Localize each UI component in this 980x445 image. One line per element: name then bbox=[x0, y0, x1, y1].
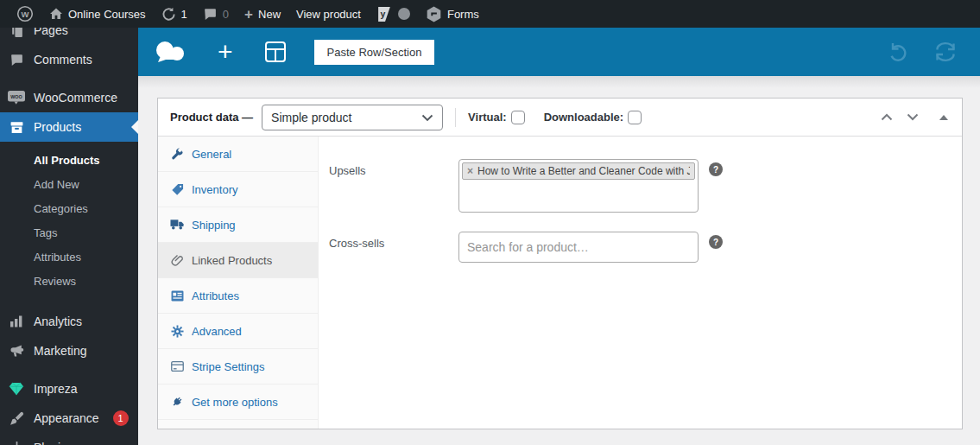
appearance-badge: 1 bbox=[113, 410, 129, 426]
new-label: New bbox=[258, 8, 281, 21]
sidebar-item-impreza[interactable]: Impreza bbox=[0, 374, 138, 404]
tab-attributes[interactable]: Attributes bbox=[158, 278, 318, 314]
virtual-label: Virtual: bbox=[468, 111, 507, 124]
yoast-icon: y bbox=[376, 6, 393, 22]
comments-menu[interactable]: 0 bbox=[195, 0, 237, 28]
upsells-label: Upsells bbox=[329, 159, 458, 177]
submenu-tags[interactable]: Tags bbox=[0, 220, 138, 245]
undo-icon[interactable] bbox=[887, 41, 909, 63]
redo-icon[interactable] bbox=[933, 41, 958, 63]
downloadable-label: Downloadable: bbox=[544, 111, 623, 124]
virtual-checkbox[interactable] bbox=[511, 111, 525, 124]
view-product-menu[interactable]: View product bbox=[288, 0, 369, 28]
pages-icon bbox=[8, 28, 25, 38]
site-name: Online Courses bbox=[68, 8, 146, 21]
update-icon bbox=[161, 7, 176, 22]
sidebar-item-label: Products bbox=[34, 120, 81, 134]
tab-advanced[interactable]: Advanced bbox=[158, 314, 318, 349]
wordpress-logo-icon: W bbox=[16, 5, 34, 22]
sidebar-item-label: Analytics bbox=[34, 315, 82, 328]
plugins-icon bbox=[8, 441, 25, 445]
product-data-body: General Inventory Shipping bbox=[158, 137, 962, 429]
sidebar-item-label: Plugins bbox=[34, 441, 73, 445]
analytics-icon bbox=[8, 315, 25, 328]
upsells-help-icon[interactable]: ? bbox=[709, 162, 723, 176]
remove-tag-icon[interactable]: × bbox=[467, 165, 473, 177]
comment-bubble-icon bbox=[203, 7, 218, 22]
product-data-tabs: General Inventory Shipping bbox=[158, 137, 319, 429]
impreza-gem-icon bbox=[8, 382, 25, 396]
cross-sells-row: Cross-sells ? bbox=[329, 232, 962, 263]
cross-sells-label: Cross-sells bbox=[329, 232, 458, 250]
sidebar-item-analytics[interactable]: Analytics bbox=[0, 307, 138, 336]
product-type-value: Simple product bbox=[271, 111, 351, 124]
tab-general[interactable]: General bbox=[158, 137, 318, 172]
tab-shipping[interactable]: Shipping bbox=[158, 207, 318, 243]
sidebar-item-plugins[interactable]: Plugins bbox=[0, 433, 138, 445]
submenu-all-products[interactable]: All Products bbox=[0, 148, 138, 172]
gear-icon bbox=[170, 325, 184, 338]
sidebar-item-label: Appearance bbox=[34, 411, 99, 425]
submenu-reviews[interactable]: Reviews bbox=[0, 269, 138, 293]
tab-linked-products[interactable]: Linked Products bbox=[158, 243, 318, 278]
products-icon bbox=[8, 120, 25, 135]
tab-get-more-options[interactable]: Get more options bbox=[158, 385, 318, 420]
metabox-title: Product data — bbox=[170, 111, 253, 124]
updates-menu[interactable]: 1 bbox=[154, 0, 195, 28]
tab-stripe-settings[interactable]: Stripe Settings bbox=[158, 349, 318, 385]
forms-menu[interactable]: Forms bbox=[418, 0, 487, 28]
downloadable-checkbox[interactable] bbox=[628, 111, 642, 124]
wordpress-logo-menu[interactable]: W bbox=[9, 0, 41, 28]
downloadable-checkbox-group: Downloadable: bbox=[544, 111, 642, 124]
header-separator bbox=[455, 108, 456, 127]
product-type-select[interactable]: Simple product bbox=[262, 105, 443, 130]
collapse-toggle-icon[interactable] bbox=[939, 115, 948, 120]
svg-text:WOO: WOO bbox=[10, 93, 22, 99]
cross-sells-help-icon[interactable]: ? bbox=[709, 235, 723, 249]
sidebar-item-pages[interactable]: Pages bbox=[0, 28, 138, 45]
attributes-list-icon bbox=[170, 290, 184, 302]
templates-icon[interactable] bbox=[264, 41, 287, 63]
linked-products-panel: Upsells × How to Write a Better and Clea… bbox=[319, 137, 962, 429]
current-menu-arrow bbox=[124, 120, 138, 134]
move-up-icon[interactable] bbox=[881, 113, 893, 121]
move-down-icon[interactable] bbox=[907, 113, 919, 121]
tag-text: How to Write a Better and Cleaner Code w… bbox=[477, 165, 690, 177]
product-data-header: Product data — Simple product Virtual: D… bbox=[158, 99, 962, 137]
submenu-attributes[interactable]: Attributes bbox=[0, 245, 138, 269]
builder-logo-icon[interactable] bbox=[154, 41, 188, 63]
sidebar-item-marketing[interactable]: Marketing bbox=[0, 336, 138, 366]
tag-icon bbox=[170, 183, 184, 196]
products-submenu: All Products Add New Categories Tags Att… bbox=[0, 142, 138, 298]
woocommerce-icon: WOO bbox=[8, 91, 25, 105]
yoast-seo-menu[interactable]: y bbox=[369, 0, 418, 28]
admin-bar: W Online Courses 1 0 + New View product … bbox=[0, 0, 980, 28]
plus-icon: + bbox=[244, 7, 253, 22]
sidebar-item-comments[interactable]: Comments bbox=[0, 45, 138, 74]
forms-label: Forms bbox=[447, 8, 479, 21]
sidebar-item-products[interactable]: Products bbox=[0, 112, 138, 142]
comment-count: 0 bbox=[223, 8, 229, 21]
marketing-megaphone-icon bbox=[8, 344, 25, 359]
submenu-categories[interactable]: Categories bbox=[0, 196, 138, 220]
metabox-controls bbox=[881, 113, 962, 121]
link-chain-icon bbox=[170, 254, 184, 267]
sidebar-item-label: Pages bbox=[34, 28, 68, 37]
cross-sells-search-input[interactable] bbox=[458, 232, 699, 263]
sidebar-item-appearance[interactable]: Appearance 1 bbox=[0, 404, 138, 433]
gravity-forms-icon bbox=[426, 6, 442, 22]
chevron-down-icon bbox=[421, 111, 433, 124]
upsells-select2-box[interactable]: × How to Write a Better and Cleaner Code… bbox=[458, 159, 699, 213]
site-name-menu[interactable]: Online Courses bbox=[41, 0, 154, 28]
sidebar-item-woocommerce[interactable]: WOO WooCommerce bbox=[0, 83, 138, 112]
submenu-add-new[interactable]: Add New bbox=[0, 172, 138, 196]
paste-row-section-button[interactable]: Paste Row/Section bbox=[314, 40, 435, 65]
home-icon bbox=[49, 7, 63, 21]
sidebar-item-label: Impreza bbox=[34, 382, 78, 396]
admin-sidebar: Pages Comments WOO WooCommerce Products … bbox=[0, 28, 138, 445]
selected-product-tag: × How to Write a Better and Cleaner Code… bbox=[462, 162, 695, 180]
add-element-icon[interactable]: + bbox=[218, 39, 233, 65]
plug-icon bbox=[170, 396, 184, 409]
tab-inventory[interactable]: Inventory bbox=[158, 172, 318, 207]
new-content-menu[interactable]: + New bbox=[237, 0, 288, 28]
